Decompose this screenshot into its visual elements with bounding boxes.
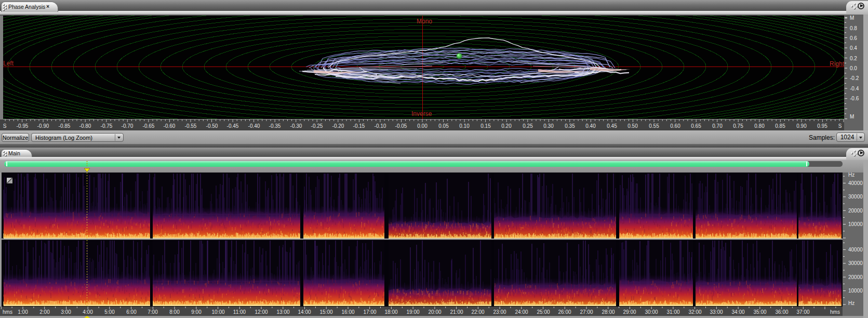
svg-text:33:00: 33:00 — [710, 309, 723, 315]
svg-text:26:00: 26:00 — [558, 309, 571, 315]
svg-text:-0.15: -0.15 — [353, 123, 365, 129]
svg-text:0.40: 0.40 — [585, 123, 596, 129]
svg-text:0.25: 0.25 — [523, 123, 533, 129]
svg-text:-0.60: -0.60 — [164, 123, 176, 129]
svg-text:0.10: 0.10 — [459, 123, 470, 129]
svg-text:10000: 10000 — [848, 221, 863, 227]
svg-text:31:00: 31:00 — [666, 309, 679, 315]
svg-text:29:00: 29:00 — [623, 309, 636, 315]
svg-text:-0.90: -0.90 — [37, 123, 49, 129]
svg-text:2:00: 2:00 — [39, 309, 50, 315]
svg-text:0.90: 0.90 — [796, 123, 807, 129]
svg-text:14:00: 14:00 — [298, 309, 311, 315]
svg-text:0.85: 0.85 — [775, 123, 785, 129]
svg-text:-0.70: -0.70 — [122, 123, 133, 129]
svg-text:0.35: 0.35 — [565, 123, 575, 129]
svg-text:0.0: 0.0 — [850, 65, 857, 71]
svg-text:22:00: 22:00 — [471, 309, 484, 315]
svg-text:0.20: 0.20 — [501, 123, 512, 129]
svg-text:19:00: 19:00 — [406, 309, 419, 315]
svg-text:-0.75: -0.75 — [101, 123, 113, 129]
svg-text:M: M — [850, 114, 854, 120]
svg-text:0.75: 0.75 — [733, 123, 743, 129]
svg-text:5:00: 5:00 — [104, 309, 115, 315]
svg-text:20000: 20000 — [848, 274, 863, 280]
svg-text:-0.55: -0.55 — [185, 123, 197, 129]
svg-text:0.15: 0.15 — [480, 123, 491, 129]
svg-text:-0.25: -0.25 — [311, 123, 323, 129]
svg-text:36:00: 36:00 — [775, 309, 788, 315]
svg-text:30000: 30000 — [848, 194, 863, 200]
svg-text:-0.6: -0.6 — [850, 96, 859, 101]
svg-text:Left: Left — [3, 60, 14, 67]
svg-text:-0.35: -0.35 — [269, 123, 281, 129]
svg-text:Hz: Hz — [848, 173, 854, 178]
svg-text:40000: 40000 — [848, 247, 863, 253]
svg-text:0.6: 0.6 — [850, 35, 857, 41]
svg-text:9:00: 9:00 — [191, 309, 202, 315]
svg-text:30:00: 30:00 — [645, 309, 658, 315]
svg-text:8:00: 8:00 — [169, 309, 180, 315]
svg-text:-0.85: -0.85 — [59, 123, 71, 129]
svg-text:3:00: 3:00 — [61, 309, 71, 315]
svg-text:15:00: 15:00 — [319, 309, 332, 315]
svg-text:0.45: 0.45 — [607, 123, 617, 129]
svg-text:-0.65: -0.65 — [143, 123, 155, 129]
svg-text:-0.40: -0.40 — [248, 123, 260, 129]
svg-text:-0.10: -0.10 — [375, 123, 386, 129]
svg-text:-0.30: -0.30 — [290, 123, 302, 129]
svg-text:0.80: 0.80 — [754, 123, 765, 129]
svg-text:0.55: 0.55 — [649, 123, 659, 129]
svg-text:40000: 40000 — [848, 180, 863, 186]
svg-text:S: S — [3, 123, 7, 129]
svg-text:34:00: 34:00 — [731, 309, 744, 315]
svg-text:-0.95: -0.95 — [17, 123, 29, 129]
svg-text:-0.20: -0.20 — [332, 123, 344, 129]
svg-text:hms: hms — [3, 309, 12, 315]
svg-text:0.4: 0.4 — [850, 45, 857, 51]
svg-text:16:00: 16:00 — [341, 309, 354, 315]
svg-text:20000: 20000 — [848, 208, 863, 214]
svg-text:0.50: 0.50 — [627, 123, 638, 129]
svg-text:20:00: 20:00 — [428, 309, 441, 315]
svg-text:17:00: 17:00 — [363, 309, 376, 315]
svg-text:-0.2: -0.2 — [850, 75, 859, 81]
svg-text:23:00: 23:00 — [493, 309, 506, 315]
svg-text:32:00: 32:00 — [688, 309, 701, 315]
svg-text:-0.4: -0.4 — [850, 86, 859, 91]
svg-text:S: S — [838, 123, 842, 129]
svg-text:0.65: 0.65 — [691, 123, 701, 129]
svg-text:37:00: 37:00 — [796, 309, 809, 315]
svg-text:0.8: 0.8 — [850, 25, 857, 31]
svg-text:13:00: 13:00 — [276, 309, 289, 315]
svg-text:-0.50: -0.50 — [206, 123, 218, 129]
svg-text:7:00: 7:00 — [148, 309, 158, 315]
svg-text:35:00: 35:00 — [753, 309, 766, 315]
svg-text:Inverse: Inverse — [411, 110, 432, 117]
svg-text:6:00: 6:00 — [126, 309, 137, 315]
svg-text:21:00: 21:00 — [450, 309, 463, 315]
svg-text:0.05: 0.05 — [438, 123, 449, 129]
svg-text:30000: 30000 — [848, 260, 863, 266]
svg-text:4:00: 4:00 — [83, 309, 93, 315]
svg-text:0.70: 0.70 — [712, 123, 723, 129]
svg-text:-0.05: -0.05 — [395, 123, 407, 129]
svg-text:27:00: 27:00 — [580, 309, 593, 315]
svg-text:28:00: 28:00 — [602, 309, 615, 315]
svg-text:10000: 10000 — [848, 288, 863, 294]
svg-text:0.60: 0.60 — [670, 123, 680, 129]
svg-text:-0.80: -0.80 — [79, 123, 91, 129]
svg-text:M: M — [850, 15, 854, 21]
svg-text:0.30: 0.30 — [543, 123, 554, 129]
svg-text:Hz: Hz — [848, 300, 854, 306]
svg-text:12:00: 12:00 — [255, 309, 268, 315]
svg-text:24:00: 24:00 — [515, 309, 528, 315]
svg-text:Right: Right — [830, 60, 844, 68]
svg-text:hms: hms — [830, 309, 840, 315]
svg-text:25:00: 25:00 — [537, 309, 550, 315]
svg-text:10:00: 10:00 — [211, 309, 224, 315]
svg-text:0.95: 0.95 — [817, 123, 827, 129]
svg-text:18:00: 18:00 — [384, 309, 397, 315]
svg-text:0.00: 0.00 — [417, 123, 428, 129]
svg-text:1:00: 1:00 — [18, 309, 28, 315]
